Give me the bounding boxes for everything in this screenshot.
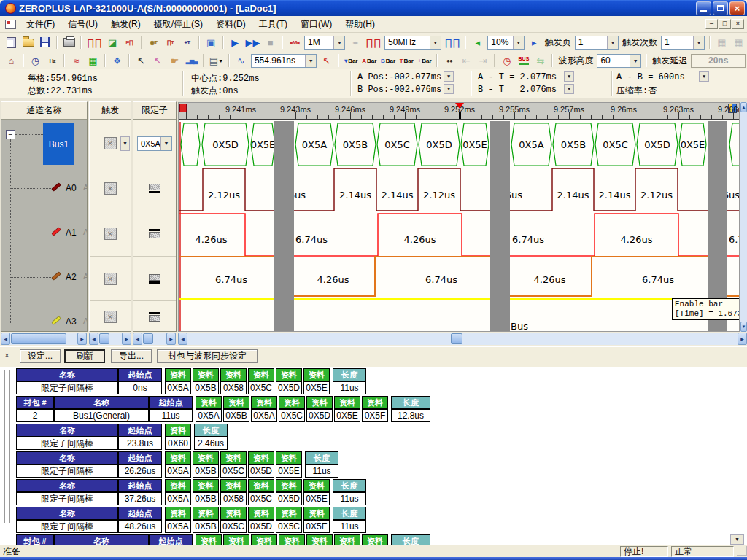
print-button[interactable]	[61, 35, 77, 50]
sampling-rate-combo[interactable]: 50MHz▼	[384, 36, 441, 50]
channel-bus1[interactable]: Bus1	[43, 123, 74, 165]
channel-panel-hscroll[interactable]: ◀ ▶	[1, 332, 87, 345]
packet-value-row[interactable]: 限定子间隔棒23.8us0X602.46us	[16, 437, 738, 450]
home-button[interactable]: ⌂	[3, 53, 20, 69]
clock-tool-button[interactable]: ◷	[498, 53, 515, 69]
a-t-dropdown[interactable]: ▼	[564, 71, 574, 82]
menu-item-5[interactable]: 工具(T)	[252, 16, 294, 33]
packet-value-row[interactable]: 限定子间隔棒26.26us0X5A0X5B0X5C0X5D0X5E11us	[16, 464, 738, 478]
tile-vertical-button[interactable]: ▦	[730, 35, 747, 50]
add-bar-button[interactable]: +Bar	[416, 53, 434, 69]
scroll-thumb[interactable]	[143, 333, 153, 344]
channel-item-A1[interactable]: A1	[66, 228, 77, 238]
scroll-thumb[interactable]	[99, 333, 109, 344]
pointer-button[interactable]: ↖	[133, 53, 150, 69]
select-pointer-button[interactable]: ↖	[150, 53, 166, 69]
memory-depth-combo[interactable]: 1M▼	[304, 36, 345, 50]
sampling-settings-button[interactable]: ∏∏	[85, 35, 104, 50]
menu-item-1[interactable]: 信号(U)	[61, 16, 104, 33]
chevron-down-icon[interactable]: ▼	[218, 58, 223, 63]
trigger-checkbox[interactable]: ×	[104, 311, 117, 323]
a-bar-handle-icon[interactable]	[179, 104, 187, 112]
menu-item-4[interactable]: 资料(D)	[209, 16, 252, 33]
trigger-checkbox[interactable]: ×	[104, 137, 117, 149]
minimize-button[interactable]	[696, 1, 711, 15]
trigger-page-combo[interactable]: 1▼	[575, 36, 619, 50]
scroll-left-button[interactable]: ◀	[1, 332, 10, 345]
channel-item-A3[interactable]: A3	[66, 316, 77, 327]
scroll-left-button[interactable]: ◀	[89, 332, 98, 345]
qualifier-cell-0[interactable]: 0X5A▼	[133, 121, 176, 166]
scroll-right-button[interactable]: ▶	[166, 332, 176, 345]
bus-tool-button[interactable]: BUS	[515, 53, 532, 69]
scroll-left-button[interactable]: ◀	[133, 332, 142, 345]
module-stack-button[interactable]: ▣	[203, 35, 220, 50]
listing-view-button[interactable]: ▦	[85, 53, 101, 69]
t-bar-button[interactable]: TBar	[398, 53, 416, 69]
packet-value-row[interactable]: 2Bus1(General)11us0X5A0X5B0X5A0X5C0X5D0X…	[16, 409, 738, 422]
packet-list-scroll-track[interactable]	[4, 370, 10, 523]
scroll-thumb[interactable]	[451, 333, 462, 344]
navigator-button[interactable]: ❖	[109, 53, 125, 69]
b-bar-button[interactable]: BBar	[379, 53, 398, 69]
expand-tool-button[interactable]: ⇆	[532, 53, 549, 69]
run-button[interactable]: ▶	[227, 35, 244, 50]
sample-display-red-icon[interactable]: ∏∏	[363, 35, 383, 50]
open-file-button[interactable]	[20, 35, 36, 50]
chevron-down-icon[interactable]: ▼	[160, 137, 171, 150]
scroll-left-button[interactable]: ◀	[178, 332, 187, 345]
child-close-button[interactable]: ×	[732, 19, 744, 29]
menu-item-6[interactable]: 窗口(W)	[294, 16, 338, 33]
qualifier-cell-4[interactable]	[133, 301, 176, 332]
wave-height-combo[interactable]: 60▼	[597, 54, 641, 68]
trigger-cell-1[interactable]: ×	[90, 166, 131, 211]
run-continuous-button[interactable]: ▶▶	[244, 35, 262, 50]
scroll-right-button[interactable]: ▶	[738, 332, 747, 345]
child-restore-button[interactable]: □	[719, 19, 731, 29]
trigger-panel-hscroll[interactable]: ◀ ▶	[89, 332, 131, 345]
new-file-button[interactable]	[3, 35, 20, 50]
menu-item-2[interactable]: 触发(R)	[104, 16, 147, 33]
qualifier-panel-hscroll[interactable]: ◀ ▶	[133, 332, 176, 345]
menu-item-0[interactable]: 文件(F)	[20, 16, 61, 33]
document-icon[interactable]	[5, 20, 16, 29]
interval-combo[interactable]: 554.961ns▼	[251, 54, 317, 68]
qualifier-cell-3[interactable]	[133, 257, 176, 301]
menu-item-7[interactable]: 帮助(H)	[338, 16, 382, 33]
trigger-pos-left-button[interactable]: ◂	[469, 35, 486, 50]
memory-next-button[interactable]: ◂▸	[347, 35, 363, 50]
bar-chart-button[interactable]: ▂▅▃	[183, 53, 200, 69]
locate-cursor-button[interactable]: ↖	[318, 53, 335, 69]
child-minimize-button[interactable]: –	[705, 19, 718, 29]
time-ruler[interactable]: 9.241ms9.243ms9.246ms9.249ms9.252ms9.255…	[179, 103, 739, 120]
chevron-down-icon[interactable]: ▼	[333, 36, 344, 49]
scroll-thumb[interactable]	[11, 333, 66, 344]
channel-settings-button[interactable]: ◪	[104, 35, 121, 50]
a-b-dropdown[interactable]: ▼	[699, 71, 709, 82]
qualifier-cell-2[interactable]	[133, 211, 176, 257]
next-edge-button[interactable]: ⇥	[474, 53, 491, 69]
trigger-cell-2[interactable]: ×	[90, 211, 131, 257]
chevron-down-icon[interactable]: ▼	[513, 36, 524, 49]
waveform-vertical-scrollbar[interactable]: ▲ ▼	[740, 102, 747, 332]
bar-blue-button[interactable]: ▾Bar	[342, 53, 360, 69]
zoom-wave-icon[interactable]: ∿	[233, 53, 249, 69]
close-button[interactable]: ×	[729, 1, 745, 15]
pulse-settings-button[interactable]: E∏	[121, 35, 138, 50]
a-pos-dropdown[interactable]: ▼	[444, 71, 454, 82]
trigger-position-combo[interactable]: 10%▼	[487, 36, 524, 50]
b-t-dropdown[interactable]: ▼	[564, 84, 574, 94]
packet-value-row[interactable]: 限定子间隔棒0ns0X5A0X5B0X580X5C0X5D0X5E11us	[16, 381, 738, 394]
channel-item-A0[interactable]: A0	[66, 183, 77, 193]
trigger-pos-right-button[interactable]: ▸	[526, 35, 543, 50]
trigger-checkbox[interactable]: ×	[104, 228, 117, 240]
trigger-checkbox[interactable]: ×	[104, 273, 117, 285]
scroll-up-button[interactable]: ▲	[740, 102, 747, 112]
maximize-button[interactable]	[713, 1, 728, 15]
trigger-marker-icon[interactable]	[455, 103, 464, 113]
scroll-right-button[interactable]: ▶	[122, 332, 131, 345]
chevron-down-icon[interactable]: ▼	[693, 36, 704, 49]
waveform-hscroll[interactable]: ◀ ▶	[178, 332, 747, 345]
stop-button[interactable]: ■	[262, 35, 279, 50]
packet-button-0[interactable]: 设定...	[20, 349, 61, 363]
